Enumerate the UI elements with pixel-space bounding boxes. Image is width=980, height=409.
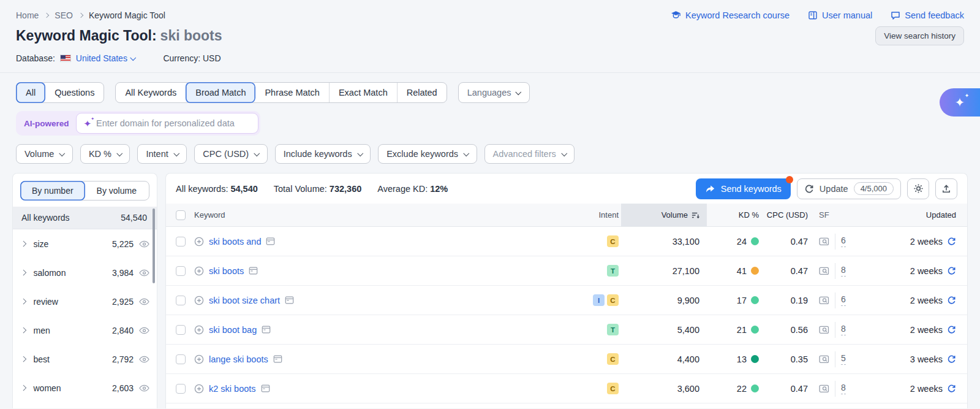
intent-badge-transactional[interactable]: T [607, 265, 619, 277]
intent-badge-informational[interactable]: I [593, 294, 605, 306]
tab-broad-match[interactable]: Broad Match [185, 82, 255, 103]
add-to-list-icon[interactable] [194, 296, 204, 305]
select-all-checkbox[interactable] [176, 210, 186, 220]
serp-window-icon[interactable] [273, 355, 282, 363]
serp-preview-icon[interactable] [819, 237, 829, 247]
eye-icon[interactable] [139, 298, 149, 305]
serp-preview-icon[interactable] [819, 325, 829, 335]
sf-count[interactable]: 6 [841, 235, 846, 247]
row-checkbox[interactable] [176, 325, 186, 335]
keyword-link[interactable]: ski boot size chart [209, 296, 280, 305]
serp-window-icon[interactable] [249, 267, 258, 275]
filter-kd[interactable]: KD % [80, 144, 130, 164]
keyword-research-course-link[interactable]: Keyword Research course [671, 10, 790, 20]
header-cpc[interactable]: CPC (USD) [767, 210, 808, 220]
sf-count[interactable]: 8 [841, 265, 846, 277]
toggle-by-volume[interactable]: By volume [85, 182, 149, 200]
filter-intent[interactable]: Intent [137, 144, 187, 164]
tab-exact-match[interactable]: Exact Match [329, 83, 397, 102]
tab-phrase-match[interactable]: Phrase Match [255, 83, 328, 102]
serp-window-icon[interactable] [261, 384, 270, 392]
sf-count[interactable]: 8 [841, 324, 846, 335]
serp-preview-icon[interactable] [819, 384, 829, 394]
add-to-list-icon[interactable] [194, 266, 204, 276]
filter-exclude-keywords[interactable]: Exclude keywords [378, 144, 477, 164]
header-keyword[interactable]: Keyword [194, 210, 225, 220]
tab-all[interactable]: All [16, 82, 45, 103]
keyword-link[interactable]: ski boot bag [209, 325, 257, 335]
header-volume[interactable]: Volume [621, 204, 707, 226]
serp-window-icon[interactable] [262, 326, 271, 334]
settings-button[interactable] [907, 178, 929, 199]
keyword-link[interactable]: ski boots and [209, 237, 261, 247]
ai-assistant-button[interactable]: ✦ [940, 88, 980, 117]
sf-count[interactable]: 5 [841, 353, 846, 365]
keyword-link[interactable]: lange ski boots [209, 354, 268, 364]
filter-include-keywords[interactable]: Include keywords [275, 144, 371, 164]
row-checkbox[interactable] [176, 266, 186, 276]
refresh-icon[interactable] [947, 384, 956, 393]
sidebar-group-men[interactable]: men 2,840 [13, 316, 157, 345]
add-to-list-icon[interactable] [194, 354, 204, 364]
toggle-by-number[interactable]: By number [20, 181, 85, 201]
filter-cpc[interactable]: CPC (USD) [194, 144, 267, 164]
keyword-link[interactable]: k2 ski boots [209, 384, 256, 394]
view-search-history-button[interactable]: View search history [875, 26, 964, 45]
keyword-link[interactable]: ski boots [209, 266, 244, 276]
breadcrumb-seo[interactable]: SEO [55, 10, 73, 20]
serp-preview-icon[interactable] [819, 266, 829, 276]
intent-badge-transactional[interactable]: T [607, 324, 619, 335]
domain-input[interactable] [96, 118, 250, 128]
database-selector[interactable]: United States [76, 53, 135, 63]
refresh-icon[interactable] [947, 237, 956, 246]
tab-related[interactable]: Related [397, 83, 447, 102]
sidebar-group-size[interactable]: size 5,225 [13, 229, 157, 258]
export-button[interactable] [935, 178, 957, 199]
serp-preview-icon[interactable] [819, 354, 829, 364]
serp-preview-icon[interactable] [819, 296, 829, 305]
sidebar-scrollbar[interactable] [153, 208, 155, 283]
serp-window-icon[interactable] [285, 296, 294, 304]
sidebar-group-review[interactable]: review 2,925 [13, 287, 157, 316]
header-updated[interactable]: Updated [926, 210, 956, 220]
languages-dropdown[interactable]: Languages [458, 82, 530, 103]
sidebar-group-salomon[interactable]: salomon 3,984 [13, 258, 157, 287]
row-checkbox[interactable] [176, 354, 186, 364]
intent-badge-commercial[interactable]: C [607, 383, 619, 394]
breadcrumb-home[interactable]: Home [16, 10, 39, 20]
send-feedback-link[interactable]: Send feedback [891, 10, 964, 20]
row-checkbox[interactable] [176, 384, 186, 394]
eye-icon[interactable] [139, 384, 149, 392]
sidebar-group-women[interactable]: women 2,603 [13, 373, 157, 402]
serp-window-icon[interactable] [266, 237, 275, 245]
sidebar-all-keywords[interactable]: All keywords 54,540 [13, 207, 157, 229]
eye-icon[interactable] [139, 356, 149, 363]
tab-questions[interactable]: Questions [45, 83, 104, 102]
header-kd[interactable]: KD % [739, 210, 759, 220]
row-checkbox[interactable] [176, 237, 186, 247]
add-to-list-icon[interactable] [194, 325, 204, 335]
add-to-list-icon[interactable] [194, 384, 204, 394]
intent-badge-commercial[interactable]: C [607, 294, 619, 306]
eye-icon[interactable] [139, 327, 149, 334]
header-sf[interactable]: SF [819, 210, 829, 220]
eye-icon[interactable] [139, 240, 149, 248]
intent-badge-commercial[interactable]: C [607, 235, 619, 247]
tab-all-keywords[interactable]: All Keywords [116, 83, 186, 102]
header-intent[interactable]: Intent [598, 210, 619, 220]
refresh-icon[interactable] [947, 354, 956, 364]
filter-advanced[interactable]: Advanced filters [484, 144, 575, 164]
filter-volume[interactable]: Volume [16, 144, 73, 164]
eye-icon[interactable] [139, 269, 149, 277]
update-button[interactable]: Update 4/5,000 [797, 178, 901, 199]
refresh-icon[interactable] [947, 325, 956, 334]
sf-count[interactable]: 8 [841, 383, 846, 394]
sidebar-group-best[interactable]: best 2,792 [13, 345, 157, 373]
row-checkbox[interactable] [176, 296, 186, 305]
refresh-icon[interactable] [947, 296, 956, 305]
refresh-icon[interactable] [947, 266, 956, 275]
sf-count[interactable]: 6 [841, 294, 846, 306]
send-keywords-button[interactable]: Send keywords [696, 178, 791, 199]
add-to-list-icon[interactable] [194, 237, 204, 247]
user-manual-link[interactable]: User manual [808, 10, 872, 20]
